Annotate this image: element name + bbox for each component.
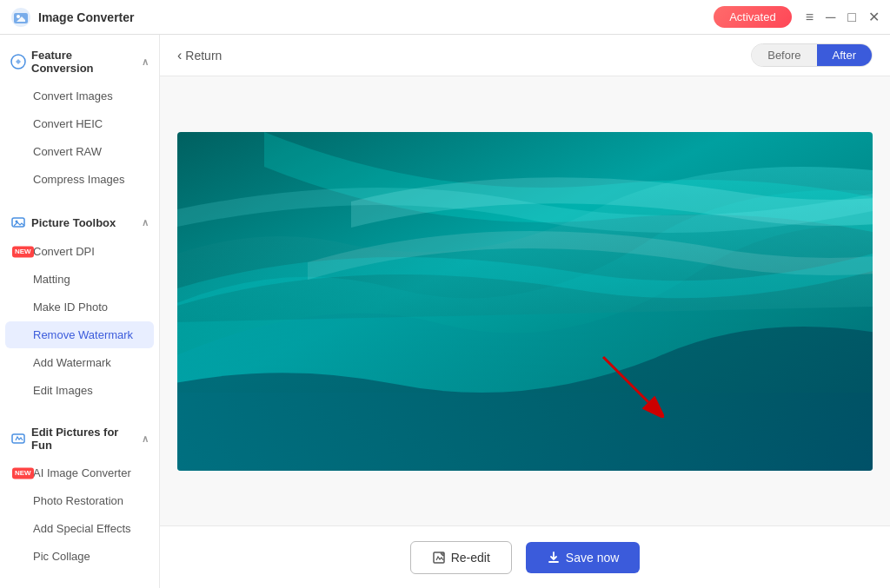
content-topbar: ‹ Return Before After bbox=[160, 35, 890, 76]
sidebar-item-photo-restoration[interactable]: Photo Restoration bbox=[5, 487, 154, 514]
re-edit-button[interactable]: Re-edit bbox=[410, 541, 512, 574]
feature-conversion-icon bbox=[10, 54, 26, 69]
picture-toolbox-icon bbox=[10, 215, 26, 230]
picture-toolbox-chevron: ∧ bbox=[142, 217, 149, 228]
main-image-wrapper bbox=[177, 132, 873, 471]
sidebar-item-compress-images[interactable]: Compress Images bbox=[5, 166, 154, 193]
sidebar-header-edit-pictures-fun[interactable]: Edit Pictures for Fun ∧ bbox=[0, 419, 159, 459]
svg-point-2 bbox=[17, 15, 20, 18]
teal-image bbox=[177, 132, 873, 471]
sidebar-header-picture-toolbox[interactable]: Picture Toolbox ∧ bbox=[0, 208, 159, 237]
sidebar-section-edit-pictures-fun: Edit Pictures for Fun ∧ NEW AI Image Con… bbox=[0, 412, 159, 578]
sidebar-item-pic-collage[interactable]: Pic Collage bbox=[5, 543, 154, 570]
sidebar-item-convert-dpi[interactable]: NEW Convert DPI bbox=[5, 238, 154, 265]
before-toggle-button[interactable]: Before bbox=[752, 44, 816, 66]
edit-fun-icon bbox=[10, 431, 26, 446]
return-button[interactable]: ‹ Return bbox=[177, 48, 222, 63]
bottom-toolbar: Re-edit Save now bbox=[160, 525, 890, 588]
app-icon bbox=[10, 7, 31, 28]
sidebar-item-convert-raw[interactable]: Convert RAW bbox=[5, 138, 154, 165]
window-controls: ≡ ─ □ ✕ bbox=[806, 10, 880, 24]
sidebar-section-picture-toolbox: Picture Toolbox ∧ NEW Convert DPI Mattin… bbox=[0, 201, 159, 412]
image-container bbox=[160, 76, 890, 525]
save-icon bbox=[547, 551, 561, 565]
main-layout: Feature Conversion ∧ Convert Images Conv… bbox=[0, 35, 890, 588]
re-edit-icon bbox=[432, 551, 446, 565]
minimize-button[interactable]: ─ bbox=[826, 10, 835, 24]
close-button[interactable]: ✕ bbox=[868, 10, 880, 24]
new-badge-ai-image-converter: NEW bbox=[12, 467, 34, 479]
sidebar-item-make-id-photo[interactable]: Make ID Photo bbox=[5, 294, 154, 320]
edit-fun-chevron: ∧ bbox=[142, 433, 149, 445]
sidebar-item-convert-heic[interactable]: Convert HEIC bbox=[5, 110, 154, 137]
title-bar: Image Converter Activated ≡ ─ □ ✕ bbox=[0, 0, 890, 35]
new-badge-convert-dpi: NEW bbox=[12, 246, 34, 257]
sidebar-item-convert-images[interactable]: Convert Images bbox=[5, 83, 154, 109]
after-toggle-button[interactable]: After bbox=[817, 44, 872, 66]
sidebar: Feature Conversion ∧ Convert Images Conv… bbox=[0, 35, 160, 588]
title-bar-left: Image Converter bbox=[10, 7, 134, 28]
feature-conversion-chevron: ∧ bbox=[142, 56, 149, 68]
picture-toolbox-label: Picture Toolbox bbox=[31, 216, 116, 229]
content-area: ‹ Return Before After bbox=[160, 35, 890, 588]
save-now-button[interactable]: Save now bbox=[526, 542, 640, 573]
menu-button[interactable]: ≡ bbox=[806, 10, 814, 24]
maximize-button[interactable]: □ bbox=[847, 10, 856, 24]
return-chevron-icon: ‹ bbox=[177, 48, 182, 63]
sidebar-header-feature-conversion[interactable]: Feature Conversion ∧ bbox=[0, 42, 159, 82]
app-title: Image Converter bbox=[38, 10, 134, 24]
sidebar-section-feature-conversion: Feature Conversion ∧ Convert Images Conv… bbox=[0, 35, 159, 201]
sidebar-item-add-special-effects[interactable]: Add Special Effects bbox=[5, 515, 154, 542]
before-after-toggle: Before After bbox=[751, 43, 873, 67]
sidebar-item-edit-images[interactable]: Edit Images bbox=[5, 377, 154, 404]
title-bar-right: Activated ≡ ─ □ ✕ bbox=[714, 6, 880, 28]
sidebar-item-ai-image-converter[interactable]: NEW AI Image Converter bbox=[5, 459, 154, 486]
feature-conversion-label: Feature Conversion bbox=[31, 49, 136, 75]
sidebar-item-add-watermark[interactable]: Add Watermark bbox=[5, 349, 154, 376]
sidebar-item-remove-watermark[interactable]: Remove Watermark bbox=[5, 321, 154, 348]
edit-fun-label: Edit Pictures for Fun bbox=[31, 426, 136, 452]
activated-button[interactable]: Activated bbox=[714, 6, 791, 28]
sidebar-item-matting[interactable]: Matting bbox=[5, 266, 154, 293]
